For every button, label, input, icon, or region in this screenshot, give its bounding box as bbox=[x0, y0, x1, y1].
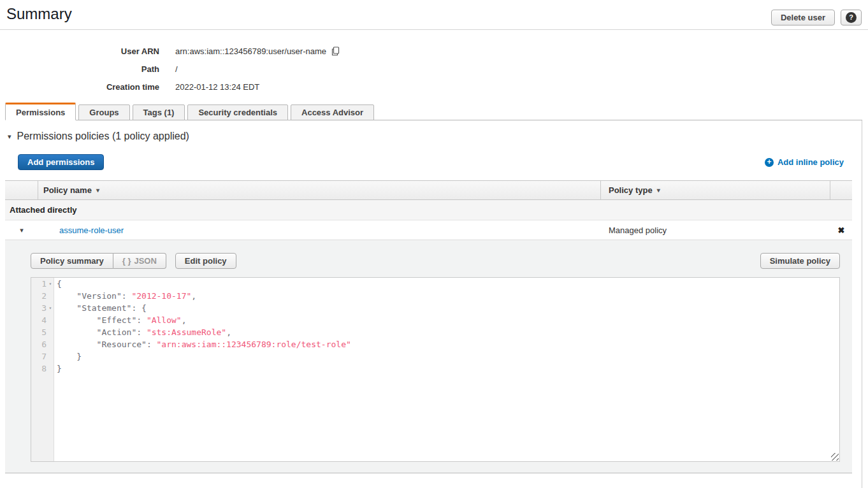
policy-type-header-label: Policy type bbox=[609, 185, 653, 195]
plus-circle-icon: + bbox=[765, 158, 774, 167]
meta-value-text: / bbox=[175, 64, 178, 74]
policy-name-link[interactable]: assume-role-user bbox=[59, 226, 124, 235]
collapse-caret-icon: ▾ bbox=[8, 133, 11, 141]
code-plain: "Version": bbox=[57, 291, 131, 301]
code-string: "2012-10-17" bbox=[131, 291, 191, 301]
code-plain: "Effect": bbox=[57, 315, 147, 325]
delete-user-button[interactable]: Delete user bbox=[771, 10, 835, 25]
edit-policy-button[interactable]: Edit policy bbox=[175, 253, 236, 269]
question-mark-icon: ? bbox=[846, 12, 857, 23]
line-number: 7 bbox=[31, 350, 47, 362]
fold-gutter-spacer bbox=[47, 338, 54, 350]
resize-grip[interactable] bbox=[831, 453, 839, 461]
add-permissions-button[interactable]: Add permissions bbox=[18, 154, 104, 170]
tab-permissions[interactable]: Permissions bbox=[5, 103, 76, 120]
fold-gutter-spacer bbox=[47, 362, 54, 375]
meta-value: arn:aws:iam::123456789:user/user-name bbox=[175, 47, 340, 56]
row-expander-caret[interactable]: ▾ bbox=[5, 226, 38, 234]
code-plain: "Resource": bbox=[57, 340, 157, 349]
code-plain: , bbox=[191, 291, 196, 301]
code-string: "arn:aws:iam::123456789:role/test-role" bbox=[157, 340, 351, 349]
policy-detail-buttons: Policy summary { } JSON Edit policy Simu… bbox=[31, 253, 840, 269]
tab-tags-1[interactable]: Tags (1) bbox=[133, 104, 185, 120]
code-string: "Allow" bbox=[147, 315, 182, 325]
policies-table: Policy name ▾ Policy type ▾ Attached dir… bbox=[5, 180, 852, 473]
code-line: 2 "Version": "2012-10-17", bbox=[31, 290, 839, 302]
page-header: Summary Delete user ? bbox=[0, 0, 868, 30]
line-number: 6 bbox=[31, 338, 47, 350]
code-string: "sts:AssumeRole" bbox=[147, 327, 226, 337]
line-number: 3 bbox=[31, 302, 47, 314]
code-line: 3▾ "Statement": { bbox=[31, 302, 839, 314]
line-number: 4 bbox=[31, 314, 47, 326]
code-plain: { bbox=[57, 279, 62, 289]
json-button-label: JSON bbox=[134, 256, 156, 266]
code-plain: } bbox=[57, 364, 62, 373]
meta-label: Path bbox=[0, 64, 159, 74]
code-line: 6 "Resource": "arn:aws:iam::123456789:ro… bbox=[31, 338, 839, 350]
copy-icon[interactable] bbox=[331, 47, 340, 56]
detach-policy-icon[interactable]: ✖ bbox=[830, 226, 852, 235]
policy-name-cell: assume-role-user bbox=[38, 226, 601, 235]
meta-value: / bbox=[175, 64, 178, 74]
code-text: "Version": "2012-10-17", bbox=[54, 290, 196, 302]
permissions-policies-section-toggle[interactable]: ▾ Permissions policies (1 policy applied… bbox=[8, 131, 862, 142]
page-title: Summary bbox=[6, 5, 72, 23]
fold-caret-icon[interactable]: ▾ bbox=[47, 302, 54, 314]
fold-caret-icon[interactable]: ▾ bbox=[47, 278, 54, 290]
section-title: Permissions policies (1 policy applied) bbox=[17, 131, 189, 142]
line-number: 5 bbox=[31, 326, 47, 338]
tab-access-advisor[interactable]: Access Advisor bbox=[291, 104, 374, 120]
fold-gutter-spacer bbox=[47, 290, 54, 302]
add-inline-policy-link[interactable]: + Add inline policy bbox=[765, 157, 844, 167]
tab-groups[interactable]: Groups bbox=[78, 104, 129, 120]
fold-gutter-spacer bbox=[47, 350, 54, 362]
tab-security-credentials[interactable]: Security credentials bbox=[187, 104, 288, 120]
code-text: { bbox=[54, 278, 62, 290]
line-number: 2 bbox=[31, 290, 47, 302]
policy-detail-expanded: Policy summary { } JSON Edit policy Simu… bbox=[5, 240, 852, 473]
code-plain: , bbox=[182, 315, 187, 325]
meta-label: User ARN bbox=[0, 47, 159, 56]
policy-name-column-header[interactable]: Policy name ▾ bbox=[38, 181, 601, 199]
policy-json-editor[interactable]: 1▾{2 "Version": "2012-10-17",3▾ "Stateme… bbox=[31, 277, 840, 462]
policy-actions-row: Add permissions + Add inline policy bbox=[18, 154, 844, 170]
group-header-attached-directly: Attached directly bbox=[5, 200, 852, 220]
code-plain: "Statement": { bbox=[57, 303, 147, 313]
code-plain: "Action": bbox=[57, 327, 147, 337]
policy-type-column-header[interactable]: Policy type ▾ bbox=[601, 181, 830, 199]
line-number: 1 bbox=[31, 278, 47, 290]
detach-column-header bbox=[830, 181, 852, 199]
fold-gutter-spacer bbox=[47, 326, 54, 338]
code-plain: , bbox=[226, 327, 231, 337]
sort-caret-icon: ▾ bbox=[96, 187, 99, 194]
code-line: 7 } bbox=[31, 350, 839, 362]
header-actions: Delete user ? bbox=[771, 10, 862, 25]
code-line: 5 "Action": "sts:AssumeRole", bbox=[31, 326, 839, 338]
meta-row: Path/ bbox=[0, 60, 340, 78]
policy-summary-button[interactable]: Policy summary bbox=[31, 253, 113, 269]
braces-icon: { } bbox=[122, 256, 131, 266]
policy-name-header-label: Policy name bbox=[43, 185, 92, 195]
code-line: 4 "Effect": "Allow", bbox=[31, 314, 839, 326]
code-text: } bbox=[54, 362, 62, 375]
tab-strip: PermissionsGroupsTags (1)Security creden… bbox=[5, 103, 862, 120]
meta-row: Creation time2022-01-12 13:24 EDT bbox=[0, 78, 340, 96]
code-plain: } bbox=[57, 352, 82, 361]
meta-value-text: 2022-01-12 13:24 EDT bbox=[175, 82, 259, 92]
help-button[interactable]: ? bbox=[841, 10, 862, 25]
simulate-policy-button[interactable]: Simulate policy bbox=[760, 253, 840, 269]
meta-value-text: arn:aws:iam::123456789:user/user-name bbox=[175, 47, 326, 56]
iam-user-summary-page: Summary Delete user ? User ARNarn:aws:ia… bbox=[0, 0, 868, 488]
table-header-row: Policy name ▾ Policy type ▾ bbox=[5, 180, 852, 200]
policy-table-row: ▾ assume-role-user Managed policy ✖ bbox=[5, 220, 852, 240]
expander-column-header bbox=[5, 181, 38, 199]
meta-label: Creation time bbox=[0, 82, 159, 92]
line-number: 8 bbox=[31, 362, 47, 375]
meta-value: 2022-01-12 13:24 EDT bbox=[175, 82, 259, 92]
code-text: } bbox=[54, 350, 82, 362]
json-view-button[interactable]: { } JSON bbox=[113, 253, 166, 269]
policy-type-cell: Managed policy bbox=[601, 226, 830, 235]
user-meta: User ARNarn:aws:iam::123456789:user/user… bbox=[0, 42, 340, 96]
add-inline-policy-label: Add inline policy bbox=[778, 157, 844, 167]
